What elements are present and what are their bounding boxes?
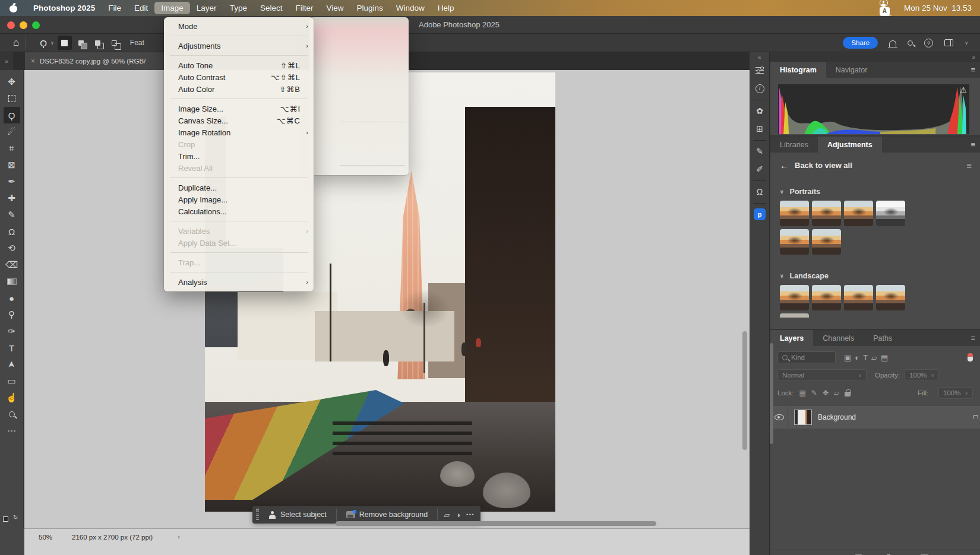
lock-all-icon[interactable] bbox=[845, 392, 851, 397]
menubar-item[interactable]: Select bbox=[254, 2, 289, 14]
menu-item[interactable]: Image Size... ⌥⌘I › bbox=[164, 103, 314, 115]
layer-thumbnail[interactable] bbox=[794, 410, 812, 425]
panel-icon-color[interactable]: ✿ bbox=[750, 102, 770, 120]
preset-thumbnail[interactable] bbox=[812, 285, 841, 310]
layer-row-background[interactable]: Background bbox=[770, 406, 980, 429]
filter-icon-smart-object-filter[interactable]: ▤ bbox=[881, 353, 888, 362]
opacity-select[interactable]: 100% ∨ bbox=[905, 369, 939, 381]
fill-select[interactable]: 100% ∨ bbox=[938, 387, 973, 399]
tool-eyedropper[interactable]: ✒ bbox=[4, 173, 20, 190]
home-icon[interactable]: ⌂ bbox=[13, 37, 19, 49]
tool-path-select[interactable]: ➤ bbox=[4, 356, 20, 373]
tool-edit-toolbar[interactable]: ⋯ bbox=[4, 423, 20, 439]
menu-item[interactable]: Crop › bbox=[164, 138, 314, 150]
vertical-scrollbar[interactable] bbox=[742, 331, 747, 450]
panel-tab[interactable]: Libraries bbox=[770, 137, 818, 153]
menu-item[interactable]: › bbox=[170, 252, 308, 253]
menubar-item[interactable]: Image bbox=[154, 2, 190, 14]
default-colors-icon[interactable] bbox=[3, 516, 8, 522]
menubar-item[interactable]: File bbox=[102, 2, 128, 14]
back-to-view-all[interactable]: ← Back to view all bbox=[780, 160, 852, 170]
horizontal-scrollbar[interactable] bbox=[336, 521, 656, 526]
menu-item[interactable]: Image Rotation › bbox=[164, 126, 314, 138]
menu-item[interactable]: Mode › bbox=[164, 20, 314, 32]
menu-item[interactable]: › bbox=[170, 36, 308, 36]
remove-background-button[interactable]: Remove background bbox=[343, 509, 431, 521]
window-zoom-button[interactable] bbox=[32, 21, 40, 29]
taskbar-drag-handle[interactable] bbox=[256, 509, 259, 521]
menubar-item[interactable]: Help bbox=[431, 2, 461, 14]
menubar-item[interactable]: Plugins bbox=[350, 2, 389, 14]
menubar-item[interactable]: Window bbox=[390, 2, 431, 14]
status-icon-input-source[interactable]: A bbox=[880, 7, 890, 15]
filter-icon-adjustment-layer-filter[interactable]: ◐ bbox=[855, 353, 859, 362]
menu-item[interactable]: Apply Image... › bbox=[164, 194, 314, 205]
tab-close-icon[interactable]: × bbox=[31, 57, 35, 65]
menubar-item[interactable]: Filter bbox=[289, 2, 320, 14]
panel-icon-swatches[interactable]: ⊞ bbox=[750, 120, 770, 138]
apple-menu-icon[interactable] bbox=[10, 4, 17, 12]
panel-menu-icon[interactable]: ≡ bbox=[970, 334, 975, 342]
panel-icon-div4[interactable] bbox=[750, 201, 770, 205]
tool-healing-brush[interactable]: ✚ bbox=[4, 190, 20, 207]
menu-item[interactable]: Reveal All › bbox=[164, 162, 314, 174]
intersect-selection-button[interactable] bbox=[108, 36, 122, 50]
add-selection-button[interactable] bbox=[74, 36, 88, 50]
expand-dock-icon[interactable]: » bbox=[770, 52, 980, 62]
panel-icon-info[interactable]: i bbox=[750, 80, 770, 97]
menu-item[interactable]: Variables › bbox=[164, 225, 314, 237]
filter-icon-shape-layer-filter[interactable]: ▱ bbox=[871, 353, 877, 362]
panel-menu-icon[interactable]: ≡ bbox=[970, 140, 975, 149]
lock-transparency-icon[interactable]: ▦ bbox=[799, 389, 806, 397]
zoom-level[interactable]: 50% bbox=[39, 534, 52, 541]
menubar-item[interactable]: Edit bbox=[128, 2, 154, 14]
search-icon[interactable] bbox=[908, 40, 913, 46]
collapse-dock-icon[interactable]: « bbox=[750, 52, 769, 62]
tool-clone-stamp[interactable]: Ω bbox=[4, 223, 20, 240]
filter-toggle-icon[interactable] bbox=[968, 353, 973, 361]
window-minimize-button[interactable] bbox=[20, 21, 27, 29]
menubar-item[interactable]: Photoshop 2025 bbox=[27, 2, 102, 14]
active-tool-icon[interactable]: Ϙ∨ bbox=[40, 38, 54, 48]
document-tab[interactable]: × DSCF8352 copy.jpg @ 50% (RGB/ bbox=[25, 52, 166, 70]
panel-icon-div1[interactable] bbox=[750, 97, 770, 102]
menu-item[interactable]: › bbox=[170, 221, 308, 221]
menu-item[interactable]: Auto Color ⇧⌘B › bbox=[164, 83, 314, 95]
subtract-selection-button[interactable] bbox=[91, 36, 105, 50]
chevron-down-icon[interactable]: ∨ bbox=[965, 40, 968, 46]
lock-position-icon[interactable]: ✥ bbox=[823, 389, 829, 397]
portraits-section-header[interactable]: ∨ Portraits bbox=[780, 188, 820, 196]
new-selection-button[interactable] bbox=[58, 36, 72, 50]
workspace-icon[interactable] bbox=[944, 39, 953, 46]
tool-eraser[interactable]: ⌫ bbox=[4, 256, 20, 273]
panel-tab[interactable]: Adjustments bbox=[818, 137, 882, 153]
tool-magic-wand[interactable]: ☄ bbox=[4, 123, 20, 140]
preset-thumbnail[interactable] bbox=[780, 285, 809, 310]
menu-item[interactable]: › bbox=[170, 272, 308, 272]
status-icon-user-account[interactable] bbox=[880, 0, 888, 7]
status-chevron-icon[interactable]: › bbox=[178, 533, 180, 540]
tool-frame[interactable]: ⊠ bbox=[4, 157, 20, 173]
panel-scrollbar[interactable] bbox=[770, 343, 773, 444]
panel-tab[interactable]: Navigator bbox=[826, 62, 877, 78]
tool-history-brush[interactable]: ⟲ bbox=[4, 240, 20, 256]
preset-thumbnail[interactable] bbox=[812, 229, 841, 255]
tool-shape[interactable]: ▭ bbox=[4, 373, 20, 389]
menu-item[interactable]: › bbox=[170, 99, 308, 99]
landscape-section-header[interactable]: ∨ Landscape bbox=[780, 272, 829, 280]
menu-item[interactable]: Trim... › bbox=[164, 150, 314, 162]
transform-icon[interactable]: ▱ bbox=[444, 510, 450, 519]
preset-thumbnail[interactable] bbox=[812, 201, 841, 226]
lock-pixels-icon[interactable]: ✎ bbox=[811, 389, 817, 397]
filter-icon-pixel-layer-filter[interactable]: ▣ bbox=[844, 353, 851, 362]
histogram-warning-icon[interactable]: ⚠ bbox=[960, 85, 967, 94]
menu-item[interactable]: Auto Contrast ⌥⇧⌘L › bbox=[164, 71, 314, 83]
panel-icon-photoshop-cc[interactable]: p bbox=[750, 205, 770, 223]
tool-marquee[interactable] bbox=[4, 90, 20, 107]
tool-zoom[interactable] bbox=[4, 406, 20, 423]
menu-item[interactable]: Apply Data Set... › bbox=[164, 237, 314, 249]
menubar-clock[interactable]: Mon 25 Nov 13.53 bbox=[904, 4, 972, 12]
panel-tab[interactable]: Channels bbox=[813, 330, 864, 346]
menubar-item[interactable]: Type bbox=[223, 2, 254, 14]
preset-thumbnail[interactable] bbox=[844, 285, 873, 310]
